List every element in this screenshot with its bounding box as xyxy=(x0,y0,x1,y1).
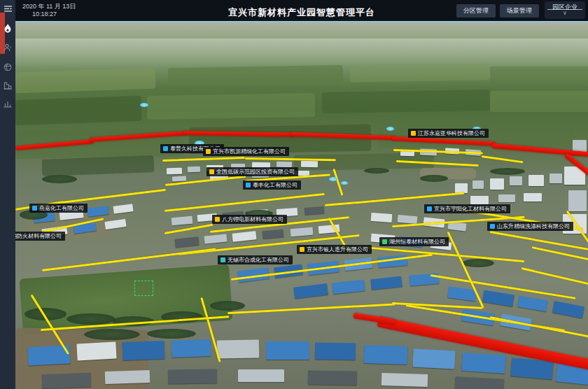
company-label[interactable]: 泰丰化工有限公司 xyxy=(243,181,301,190)
building xyxy=(315,342,356,360)
farm-field xyxy=(147,93,316,120)
marker-icon xyxy=(246,183,251,188)
building xyxy=(105,370,150,384)
building xyxy=(42,373,92,388)
building xyxy=(498,194,515,202)
building xyxy=(412,348,455,369)
building xyxy=(490,178,504,190)
zone-management-button[interactable]: 分区管理 xyxy=(456,4,496,17)
marker-icon xyxy=(209,169,214,174)
farm-field xyxy=(168,65,343,86)
farm-field xyxy=(15,96,142,125)
bar-chart-icon[interactable] xyxy=(0,97,15,111)
left-toolbar xyxy=(0,0,15,389)
flame-icon[interactable] xyxy=(0,21,15,35)
building xyxy=(266,341,309,360)
marker-icon xyxy=(206,149,211,154)
building xyxy=(301,161,318,167)
company-label-text: 宜兴市凯源精细化工有限公司 xyxy=(213,149,286,155)
tree-cluster xyxy=(66,313,115,325)
tree-cluster xyxy=(42,175,77,183)
building xyxy=(364,345,408,365)
marker-icon xyxy=(215,217,220,222)
company-label-text: 市克消防火材料有限公司 xyxy=(15,234,62,239)
marker-icon xyxy=(163,146,168,151)
company-label-text: 无锡市合成化工有限公司 xyxy=(227,257,289,263)
selection-box xyxy=(134,281,153,296)
building xyxy=(304,206,325,215)
map-world: 泰普久科技有限公司宜兴市凯源精细化工有限公司全国低碳示范园区投资有限公司泰丰化工… xyxy=(15,21,588,389)
building xyxy=(398,215,418,224)
building xyxy=(217,339,259,358)
tree-cluster xyxy=(147,329,196,339)
building xyxy=(76,342,116,361)
globe-icon[interactable] xyxy=(0,60,15,74)
building xyxy=(308,370,357,385)
company-label[interactable]: 宜兴市银人造升有限公司 xyxy=(297,245,372,254)
tree-cluster xyxy=(210,301,245,311)
company-label-text: 燕嘉化工有限公司 xyxy=(39,206,84,211)
building xyxy=(528,175,544,186)
company-label[interactable]: 江苏永嘉亚华科技有限公司 xyxy=(408,129,489,138)
building xyxy=(461,353,506,374)
tree-cluster xyxy=(490,168,525,175)
company-label[interactable]: 八方锂电新材料有限公司 xyxy=(212,215,287,224)
company-label-text: 全国低碳示范园区投资有限公司 xyxy=(216,169,295,175)
company-label[interactable]: 全国低碳示范园区投资有限公司 xyxy=(206,167,298,176)
building xyxy=(122,341,165,360)
marker-icon xyxy=(300,247,304,252)
tree-cluster xyxy=(462,259,494,267)
farm-field xyxy=(322,90,490,113)
park-enterprise-label: 园区企业 xyxy=(547,1,582,10)
scene-management-button[interactable]: 场景管理 xyxy=(500,4,539,17)
person-icon[interactable] xyxy=(0,41,15,55)
company-label-text: 山东升精细洗涤科技有限公司 xyxy=(497,224,570,229)
marker-icon xyxy=(490,224,495,229)
building xyxy=(168,369,217,383)
marker-icon xyxy=(411,131,416,136)
building xyxy=(472,181,484,189)
building xyxy=(510,176,522,185)
pond xyxy=(329,177,337,181)
company-label-text: 八方锂电新材料有限公司 xyxy=(222,217,284,222)
company-label[interactable]: 湖州恒泰材料有限公司 xyxy=(379,237,449,246)
tree-cluster xyxy=(420,175,448,182)
map-3d-view[interactable]: 泰普久科技有限公司宜兴市凯源精细化工有限公司全国低碳示范园区投资有限公司泰丰化工… xyxy=(15,21,588,389)
header-divider xyxy=(15,21,588,22)
company-label[interactable]: 山东升精细洗涤科技有限公司 xyxy=(487,222,573,231)
marker-icon xyxy=(382,239,387,244)
company-label[interactable]: 燕嘉化工有限公司 xyxy=(29,204,88,213)
building xyxy=(568,190,587,211)
farm-field xyxy=(350,63,490,82)
pond xyxy=(341,181,348,185)
building xyxy=(172,176,186,181)
factory-icon[interactable] xyxy=(0,78,15,92)
building xyxy=(167,168,182,175)
marker-icon xyxy=(220,257,225,262)
building xyxy=(524,193,542,201)
building xyxy=(371,213,393,222)
top-header-bar: 2020 年 11 月 13日 10:18:27 宜兴市新材料产业园智慧管理平台… xyxy=(15,0,588,21)
company-label-text: 江苏永嘉亚华科技有限公司 xyxy=(418,131,485,136)
company-label[interactable]: 无锡市合成化工有限公司 xyxy=(218,255,293,264)
tree-cluster xyxy=(84,329,140,340)
building xyxy=(470,196,489,204)
building xyxy=(238,369,284,382)
tree-cluster xyxy=(364,168,389,174)
company-label-text: 宜兴市银人造升有限公司 xyxy=(307,247,368,253)
building xyxy=(188,167,200,173)
company-label-text: 泰丰化工有限公司 xyxy=(253,183,298,188)
pond xyxy=(386,127,394,131)
company-label[interactable]: 市克消防火材料有限公司 xyxy=(15,232,65,241)
company-label[interactable]: 宜兴市凯源精细化工有限公司 xyxy=(203,147,289,156)
building xyxy=(276,162,292,167)
chevron-down-icon: ∨ xyxy=(545,10,585,16)
farm-field xyxy=(490,66,588,85)
company-label-text: 宜兴市宇阳化工材料有限公司 xyxy=(434,206,507,212)
park-enterprise-dropdown[interactable]: 园区企业 ∨ xyxy=(545,1,585,19)
menu-icon[interactable] xyxy=(0,1,15,15)
building xyxy=(382,373,428,387)
company-label-text: 湖州恒泰材料有限公司 xyxy=(389,239,445,245)
company-label[interactable]: 宜兴市宇阳化工材料有限公司 xyxy=(424,204,510,213)
building xyxy=(455,376,505,389)
